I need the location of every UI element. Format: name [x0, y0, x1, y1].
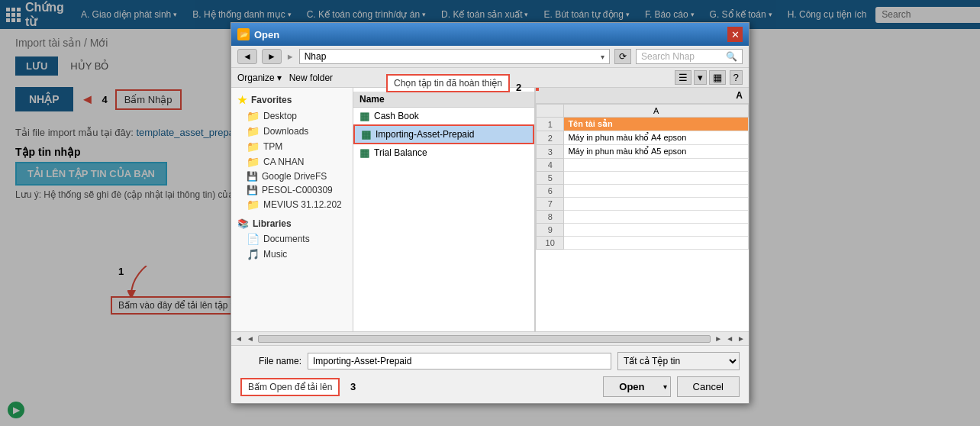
dialog-toolbar: ◄ ► ► Nhap ▾ ⟳ Search Nhap 🔍 — [231, 46, 749, 68]
cell-value — [564, 185, 749, 198]
libraries-header: 📚 Libraries — [231, 216, 353, 231]
row-num: 6 — [537, 185, 564, 198]
row-num: 2 — [537, 131, 564, 145]
forward-button[interactable]: ► — [262, 49, 282, 64]
sidebar-pesol[interactable]: 💾 PESOL-C000309 — [231, 183, 353, 197]
cell-value: Máy in phun màu khổ A4 epson — [564, 131, 749, 145]
libraries-section: 📚 Libraries 📄 Documents 🎵 Music — [231, 216, 353, 262]
scroll-left-icon[interactable]: ◄ — [235, 334, 243, 343]
row-num: 1 — [537, 118, 564, 131]
filetype-select[interactable]: Tất cả Tệp tin — [617, 352, 740, 370]
cell-value: Máy in phun màu khổ A5 epson — [564, 145, 749, 159]
help-button[interactable]: ? — [730, 70, 743, 85]
favorites-section: ★ Favorites 📁 Desktop 📁 Downloads 📁 — [231, 92, 353, 212]
scroll-page-up-icon[interactable]: ◄ — [726, 334, 733, 343]
col-header-empty — [537, 105, 564, 118]
page-content: Import tài sản / Mới LƯU HỦY BỎ NHẬP ◄ 4… — [0, 29, 980, 426]
bam-open-callout: Bấm Open để tải lên — [240, 378, 340, 396]
folder-icon: 🎵 — [247, 248, 260, 260]
sidebar-mevius[interactable]: 📁 MEVIUS 31.12.202 — [231, 197, 353, 212]
drive-icon: 💾 — [247, 185, 258, 195]
folder-icon: 📁 — [247, 156, 260, 168]
filename-input[interactable] — [308, 353, 611, 370]
footer-bottom: Bấm Open để tải lên 3 Open ▾ Cancel — [240, 376, 740, 397]
excel-icon: ▦ — [359, 110, 369, 122]
view-list-button[interactable]: ☰ — [675, 70, 691, 85]
cell-value — [564, 198, 749, 211]
star-icon: ★ — [237, 94, 247, 106]
cell-value — [564, 237, 749, 250]
bam-open-num: 3 — [350, 381, 356, 392]
dialog-close-button[interactable]: ✕ — [727, 27, 743, 42]
dialog-sidebar: ★ Favorites 📁 Desktop 📁 Downloads 📁 — [231, 88, 353, 331]
secondary-toolbar: Organize ▾ New folder Chọn tập tin đã ho… — [231, 68, 749, 88]
row-num: 9 — [537, 224, 564, 237]
bam-open-wrapper: Bấm Open để tải lên 3 — [240, 378, 603, 396]
excel-icon: ▦ — [361, 128, 371, 140]
dialog-footer: File name: Tất cả Tệp tin Bấm Open để tả… — [231, 345, 749, 403]
filename-row: File name: Tất cả Tệp tin — [240, 352, 740, 370]
dialog-icon: 📂 — [237, 28, 250, 40]
file-item-importing[interactable]: ▦ Importing-Asset-Prepaid — [353, 124, 534, 144]
file-item-cashbook[interactable]: ▦ Cash Book — [353, 108, 534, 124]
file-list: Name ▦ Cash Book ▦ Importing-Asset-Prepa… — [353, 88, 535, 331]
folder-icon: 📄 — [247, 233, 260, 245]
horizontal-scrollbar[interactable] — [258, 335, 711, 343]
cell-value: Tên tài sản — [564, 118, 749, 131]
open-dropdown-button[interactable]: ▾ — [660, 379, 670, 395]
scroll-right-icon[interactable]: ◄ — [247, 334, 254, 343]
folder-icon: 📁 — [247, 140, 260, 153]
sidebar-music[interactable]: 🎵 Music — [231, 247, 353, 262]
dialog-search-field[interactable]: Search Nhap 🔍 — [636, 49, 743, 64]
folder-icon: 📁 — [247, 125, 260, 137]
sidebar-tpm[interactable]: 📁 TPM — [231, 139, 353, 154]
cell-value — [564, 211, 749, 224]
view-detail-button[interactable]: ▦ — [709, 70, 726, 85]
organize-button[interactable]: Organize ▾ — [237, 73, 282, 83]
row-num: 7 — [537, 198, 564, 211]
cell-value — [564, 172, 749, 185]
dialog-search-icon: 🔍 — [726, 51, 737, 62]
organize-caret-icon: ▾ — [277, 73, 282, 83]
refresh-button[interactable]: ⟳ — [614, 49, 631, 64]
cancel-button[interactable]: Cancel — [677, 376, 740, 397]
dialog-title-left: 📂 Open — [237, 28, 279, 40]
new-folder-button[interactable]: New folder — [289, 73, 333, 83]
dialog-overlay: 📂 Open ✕ ◄ ► ► Nhap ▾ ⟳ Search Nhap 🔍 — [0, 0, 980, 426]
back-button[interactable]: ◄ — [237, 49, 257, 64]
folder-icon: 📁 — [247, 110, 260, 122]
sidebar-google-drive[interactable]: 💾 Google DriveFS — [231, 169, 353, 183]
sidebar-documents[interactable]: 📄 Documents — [231, 231, 353, 247]
drive-icon: 💾 — [247, 171, 258, 182]
preview-body: A 1Tên tài sản2Máy in phun màu khổ A4 ep… — [536, 104, 749, 331]
favorites-header: ★ Favorites — [231, 92, 353, 108]
filename-label: File name: — [240, 356, 301, 366]
view-caret-button[interactable]: ▾ — [694, 70, 707, 85]
sidebar-desktop[interactable]: 📁 Desktop — [231, 108, 353, 124]
open-dialog: 📂 Open ✕ ◄ ► ► Nhap ▾ ⟳ Search Nhap 🔍 — [230, 22, 750, 404]
path-dropdown-icon[interactable]: ▾ — [601, 53, 604, 61]
cell-value — [564, 159, 749, 172]
row-num: 3 — [537, 145, 564, 159]
file-item-trial[interactable]: ▦ Trial Balance — [353, 144, 534, 161]
row-num: 8 — [537, 211, 564, 224]
path-field[interactable]: Nhap ▾ — [299, 49, 610, 64]
open-button[interactable]: Open — [604, 377, 659, 396]
view-controls: ☰ ▾ ▦ ? — [675, 70, 743, 85]
row-num: 5 — [537, 172, 564, 185]
scroll-page-dn-icon[interactable]: ► — [737, 334, 745, 343]
dialog-body: ★ Favorites 📁 Desktop 📁 Downloads 📁 — [231, 88, 749, 331]
sidebar-downloads[interactable]: 📁 Downloads — [231, 124, 353, 139]
row-num: 10 — [537, 237, 564, 250]
excel-icon: ▦ — [359, 147, 369, 159]
sidebar-ca-nhan[interactable]: 📁 CA NHAN — [231, 154, 353, 169]
preview-panel: A A 1Tên tài — [535, 88, 749, 331]
scroll-end-icon[interactable]: ► — [714, 334, 722, 343]
cell-value — [564, 224, 749, 237]
preview-header: A — [536, 88, 749, 104]
dialog-titlebar: 📂 Open ✕ — [231, 23, 749, 46]
row-num: 4 — [537, 159, 564, 172]
open-button-wrapper: Open ▾ — [603, 376, 670, 397]
folder-icon: 📁 — [247, 198, 260, 211]
path-arrow-icon: ► — [286, 52, 295, 61]
